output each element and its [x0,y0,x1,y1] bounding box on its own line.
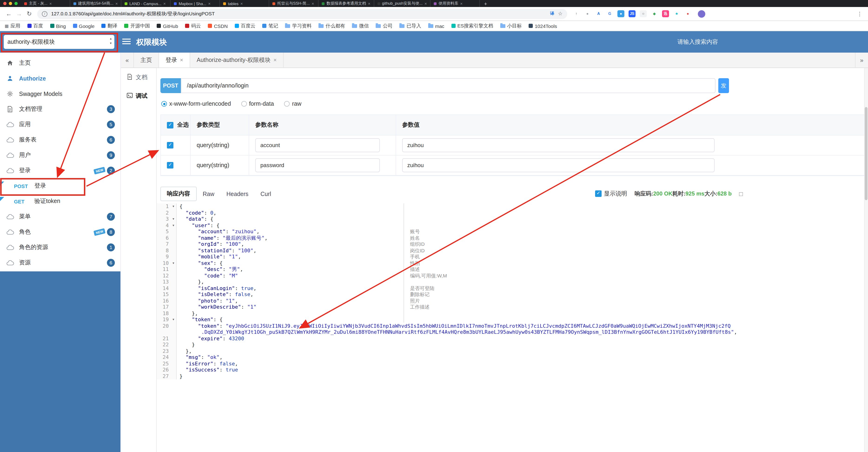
browser-tab[interactable]: 主页 - 灰...× [21,0,70,7]
tab-close-icon[interactable]: × [163,1,166,6]
sidebar-item-application[interactable]: 应用5 [0,117,120,132]
google-icon[interactable]: G [606,10,613,17]
bookmark-item[interactable]: 码云 [185,23,201,29]
request-url-input[interactable] [181,78,715,93]
sidebar-item-user[interactable]: 用户9 [0,147,120,163]
tab-close-icon[interactable]: × [115,1,118,6]
browser-tab[interactable]: 数据报表参考通用文档× [319,0,374,7]
response-tab-响应内容[interactable]: 响应内容 [160,187,197,201]
fold-icon[interactable]: ▾ [170,316,177,323]
notification-icon[interactable]: ● [684,10,691,17]
browser-tab[interactable]: tables× [220,0,270,7]
sidebar-subitem-verify-token-get[interactable]: GET验证token [0,194,120,209]
tab-close-icon[interactable]: × [208,1,211,6]
browser-tab[interactable]: 托管云与SSH-简...× [270,0,319,7]
bookmark-item[interactable]: 笔记 [262,23,278,29]
fold-icon[interactable]: ▾ [170,203,177,210]
site-info-icon[interactable]: i [42,11,48,17]
panel-tab-debug[interactable]: 调试 [121,87,156,105]
bookmark-item[interactable]: 1024Tools [529,23,557,29]
fold-icon[interactable]: ▾ [170,216,177,222]
back-icon[interactable]: ← [4,10,14,17]
octotree-icon[interactable]: ○ [640,10,647,17]
param-checkbox[interactable] [167,162,174,169]
browser-tab[interactable]: 使用资料库× [431,0,480,7]
tabs-scroll-left-icon[interactable]: « [121,53,134,67]
share-icon[interactable]: ↑ [573,10,580,17]
translate-icon[interactable]: 译 [550,11,554,17]
content-type-radio-raw[interactable]: raw [284,101,301,107]
tab-close-icon[interactable]: × [460,1,463,6]
send-button[interactable]: 发 [718,78,729,93]
param-value-input[interactable] [402,138,715,152]
select-all-checkbox[interactable] [167,122,174,128]
content-type-radio-form-data[interactable]: form-data [241,101,274,107]
fold-icon[interactable]: ▾ [170,222,177,229]
bookmark-item[interactable]: 百度云 [235,23,255,29]
sidebar-item-login[interactable]: 登录NEW2 [0,163,120,178]
bookmark-item[interactable]: ▦应用 [5,23,20,29]
history-icon[interactable]: ● [584,10,591,17]
scrollbar-thumb[interactable] [865,107,868,200]
sidebar-item-menu[interactable]: 菜单7 [0,209,120,224]
module-select[interactable]: authority-权限模块 [4,35,114,49]
sidebar-item-role-resource[interactable]: 角色的资源1 [0,240,120,255]
bookmark-item[interactable]: 开源中国 [124,23,150,29]
sidebar-item-swagger-models[interactable]: Swagger Models [0,86,120,102]
tab-close-icon[interactable]: × [240,1,243,6]
content-type-radio-x-www-form-urlencoded[interactable]: x-www-form-urlencoded [161,101,231,107]
browser-menu-icon[interactable]: ⋮ [857,10,864,17]
tab-close-icon[interactable]: × [425,1,427,6]
bookmark-item[interactable]: ES搜索引擎文档 [451,23,493,29]
fullscreen-icon[interactable]: □ [739,190,743,197]
fold-icon[interactable]: ▾ [170,260,177,266]
bookmark-item[interactable]: 小目标 [500,23,522,29]
profile-avatar[interactable] [698,10,705,18]
sidebar-item-doc-manage[interactable]: 文档管理3 [0,102,120,117]
doc-tab[interactable]: 主页 [134,53,159,67]
xunlei-icon[interactable]: 迅 [662,10,669,17]
tab-close-icon[interactable]: × [180,57,183,63]
param-name-input[interactable] [255,138,380,152]
doc-tab[interactable]: Authorize-authority-权限模块× [190,53,284,67]
tabs-scroll-right-icon[interactable]: » [855,53,868,67]
tab-close-icon[interactable]: × [273,57,277,63]
minimize-window-icon[interactable] [9,2,12,5]
response-body-editor[interactable]: 1▾{2 "code": 0,3▾ "data": {4▾ "user": {5… [157,203,868,452]
sidebar-subitem-login-post[interactable]: POST登录 [0,178,120,194]
bookmark-star-icon[interactable]: ☆ [558,11,563,17]
doc-tab[interactable]: 登录× [159,53,190,67]
param-checkbox[interactable] [167,142,174,148]
sidebar-item-service[interactable]: 服务表6 [0,132,120,147]
bookmark-item[interactable]: 什么都有 [319,23,345,29]
close-window-icon[interactable] [3,2,6,5]
json-formatter-icon[interactable]: JS [628,10,636,17]
panel-tab-doc[interactable]: 文档 [121,68,156,87]
bookmark-item[interactable]: CSDN [208,23,228,29]
response-tab-Raw[interactable]: Raw [197,188,220,201]
bookmark-item[interactable]: 学习资料 [285,23,312,29]
zoom-window-icon[interactable] [14,2,18,5]
param-name-input[interactable] [255,158,380,172]
browser-tab[interactable]: LAND - Campus...× [122,0,171,7]
sidebar-item-home[interactable]: 主页 [0,55,120,71]
tab-close-icon[interactable]: × [49,1,52,6]
refresh-icon[interactable]: ↻ [24,10,34,17]
bookmark-item[interactable]: 已导入 [400,23,421,29]
bookmark-item[interactable]: GitHub [157,23,178,29]
browser-tab[interactable]: 建筑用地15#-5#商...× [70,0,122,7]
menu-toggle-icon[interactable] [122,39,131,46]
bookmark-item[interactable]: 公司 [376,23,393,29]
bookmark-item[interactable]: 百度 [27,23,43,29]
browser-tab[interactable]: Mapbox | Sha...× [171,0,220,7]
tab-close-icon[interactable]: × [368,1,371,6]
shield-icon[interactable]: ◆ [651,10,658,17]
translate-ext-icon[interactable]: A [595,10,602,17]
screenshot-icon[interactable]: ● [617,10,624,17]
new-tab-button[interactable]: + [480,1,491,6]
scrollbar-track[interactable] [864,68,868,452]
browser-tab[interactable]: github_push安装与使...× [374,0,431,7]
bookmark-item[interactable]: Bing [50,23,66,29]
header-search-input[interactable] [677,35,779,49]
forward-icon[interactable]: → [14,10,24,17]
